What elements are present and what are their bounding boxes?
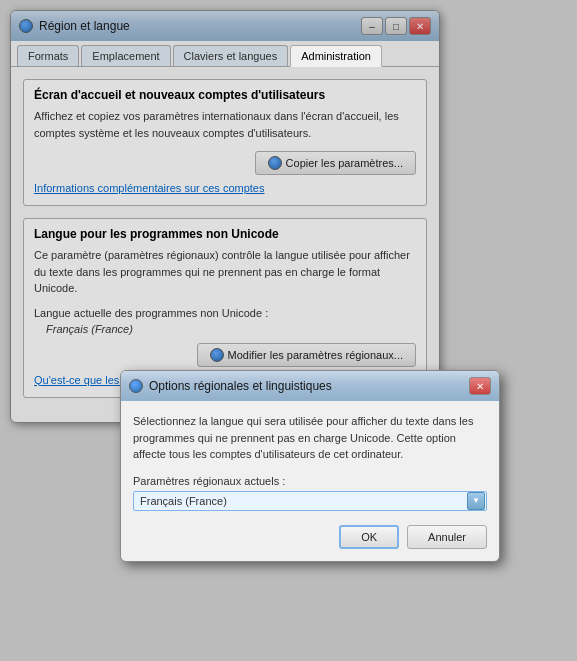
dialog-window-icon [129, 379, 143, 393]
dialog-window: Options régionales et linguistiques ✕ Sé… [120, 370, 500, 562]
dialog-param-label: Paramètres régionaux actuels : [133, 475, 487, 487]
regional-select[interactable]: Français (France) [133, 491, 487, 511]
tab-administration[interactable]: Administration [290, 45, 382, 67]
dialog-buttons: OK Annuler [133, 525, 487, 549]
dialog-desc: Sélectionnez la langue qui sera utilisée… [133, 413, 487, 463]
dialog-content: Sélectionnez la langue qui sera utilisée… [121, 401, 499, 561]
dialog-window-title: Options régionales et linguistiques [149, 379, 332, 393]
dialog-overlay [0, 0, 577, 661]
ok-button[interactable]: OK [339, 525, 399, 549]
dialog-title-buttons: ✕ [469, 377, 491, 395]
dialog-select-container: Français (France) ▼ [133, 491, 487, 511]
dialog-title-bar: Options régionales et linguistiques ✕ [121, 371, 499, 401]
dialog-close-button[interactable]: ✕ [469, 377, 491, 395]
cancel-button[interactable]: Annuler [407, 525, 487, 549]
